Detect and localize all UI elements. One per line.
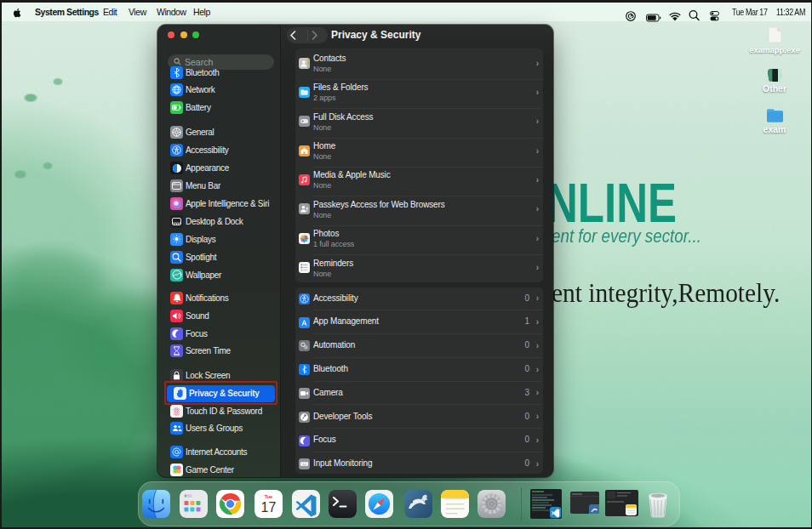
svg-text:17: 17 xyxy=(260,500,276,515)
svg-text:Tue: Tue xyxy=(264,494,272,499)
